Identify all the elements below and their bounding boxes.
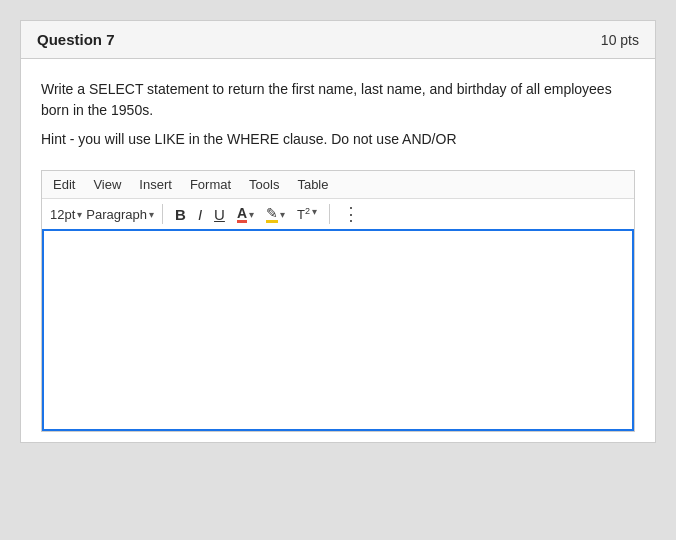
font-size-chevron: ▾: [77, 209, 82, 220]
font-size-selector[interactable]: 12pt ▾: [50, 207, 82, 222]
menu-tools[interactable]: Tools: [246, 175, 282, 194]
editor-menubar: Edit View Insert Format Tools Table: [42, 171, 634, 199]
bold-button[interactable]: B: [171, 204, 190, 225]
question-text: Write a SELECT statement to return the f…: [41, 79, 635, 121]
question-points: 10 pts: [601, 32, 639, 48]
superscript-button[interactable]: T2 ▾: [293, 204, 321, 224]
question-header: Question 7 10 pts: [21, 21, 655, 59]
paragraph-chevron: ▾: [149, 209, 154, 220]
question-card: Question 7 10 pts Write a SELECT stateme…: [20, 20, 656, 443]
paragraph-value: Paragraph: [86, 207, 147, 222]
underline-button[interactable]: U: [210, 204, 229, 225]
menu-format[interactable]: Format: [187, 175, 234, 194]
superscript-label: T2: [297, 206, 310, 222]
editor-text-area[interactable]: [42, 231, 634, 431]
toolbar-separator-1: [162, 204, 163, 224]
font-color-button[interactable]: A ▾: [233, 204, 258, 225]
highlight-label: ✎: [266, 206, 278, 223]
highlight-button[interactable]: ✎ ▾: [262, 204, 289, 225]
toolbar-separator-2: [329, 204, 330, 224]
highlight-chevron: ▾: [280, 209, 285, 220]
question-title: Question 7: [37, 31, 115, 48]
superscript-chevron: ▾: [312, 206, 317, 217]
menu-table[interactable]: Table: [294, 175, 331, 194]
paragraph-selector[interactable]: Paragraph ▾: [86, 207, 154, 222]
menu-view[interactable]: View: [90, 175, 124, 194]
italic-button[interactable]: I: [194, 204, 206, 225]
font-size-value: 12pt: [50, 207, 75, 222]
question-body: Write a SELECT statement to return the f…: [21, 59, 655, 442]
more-options-button[interactable]: ⋮: [342, 203, 360, 225]
menu-edit[interactable]: Edit: [50, 175, 78, 194]
editor-toolbar: 12pt ▾ Paragraph ▾ B I U A: [42, 199, 634, 231]
hint-text: Hint - you will use LIKE in the WHERE cl…: [41, 129, 635, 150]
editor-container: Edit View Insert Format Tools Table 12pt…: [41, 170, 635, 432]
font-color-label: A: [237, 206, 247, 223]
font-color-chevron: ▾: [249, 209, 254, 220]
menu-insert[interactable]: Insert: [136, 175, 175, 194]
